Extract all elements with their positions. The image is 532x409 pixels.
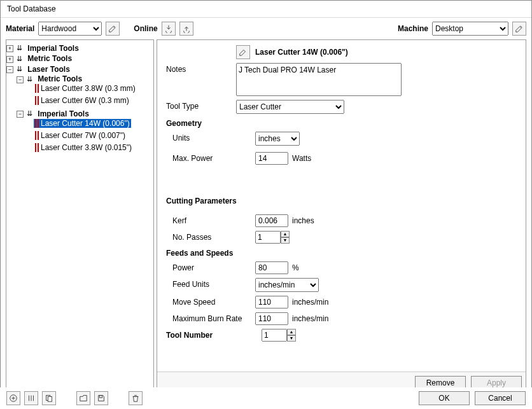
spin-up-icon[interactable]: ▲ bbox=[281, 231, 290, 237]
detail-panel: Laser Cutter 14W (0.006") Notes Tool Typ… bbox=[157, 39, 526, 394]
burnrate-unit: inches/min bbox=[292, 314, 328, 323]
toolnumber-input[interactable] bbox=[262, 329, 287, 342]
tooltype-select[interactable]: Laser Cutter bbox=[236, 100, 344, 114]
titlebar: Tool Database bbox=[1, 1, 531, 18]
add-tool-button[interactable] bbox=[6, 391, 20, 405]
machine-label: Machine bbox=[398, 24, 428, 33]
tree-folder[interactable]: ⇊Laser Tools bbox=[15, 65, 71, 74]
tool-name-edit-button[interactable] bbox=[236, 45, 250, 59]
kerf-unit: inches bbox=[292, 216, 314, 225]
cutting-heading: Cutting Parameters bbox=[166, 197, 517, 205]
spin-down-icon[interactable]: ▼ bbox=[281, 237, 290, 244]
toolnumber-spinner[interactable]: ▲▼ bbox=[262, 329, 296, 342]
online-label: Online bbox=[134, 24, 157, 33]
notes-label: Notes bbox=[166, 63, 236, 74]
tree-folder[interactable]: ⇊Imperial Tools bbox=[15, 44, 80, 53]
expand-icon[interactable]: − bbox=[6, 66, 13, 73]
tools-icon: ⇊ bbox=[27, 109, 36, 118]
tree-item-selected[interactable]: Laser Cutter 14W (0.006") bbox=[34, 119, 131, 128]
tools-icon: ⇊ bbox=[17, 55, 25, 63]
machine-edit-button[interactable] bbox=[512, 22, 526, 36]
online-download-button[interactable] bbox=[162, 22, 176, 36]
svg-rect-3 bbox=[99, 396, 102, 398]
geometry-heading: Geometry bbox=[166, 119, 517, 128]
lasertool-icon bbox=[35, 84, 39, 93]
copy-button[interactable] bbox=[42, 391, 56, 405]
tools-icon: ⇊ bbox=[27, 75, 36, 83]
tool-tree[interactable]: + ⇊Imperial Tools + ⇊Metric Tools − ⇊Las… bbox=[6, 39, 154, 394]
tree-folder[interactable]: ⇊Metric Tools bbox=[15, 54, 73, 63]
delete-button[interactable] bbox=[129, 391, 143, 405]
tree-item[interactable]: Laser Cutter 6W (0.3 mm) bbox=[34, 96, 130, 105]
maxpower-unit: Watts bbox=[292, 154, 311, 163]
material-select[interactable]: Hardwood bbox=[38, 22, 102, 36]
material-edit-button[interactable] bbox=[106, 22, 120, 36]
expand-icon[interactable]: − bbox=[17, 111, 24, 118]
spin-down-icon[interactable]: ▼ bbox=[287, 335, 296, 342]
kerf-label: Kerf bbox=[166, 214, 255, 225]
movespeed-unit: inches/min bbox=[292, 298, 328, 307]
top-toolbar: Material Hardwood Online Machine Desktop bbox=[1, 18, 531, 39]
online-upload-button[interactable] bbox=[179, 22, 193, 36]
tree-item[interactable]: Laser Cutter 3.8W (0.3 mm) bbox=[34, 84, 137, 93]
burnrate-label: Maximum Burn Rate bbox=[166, 312, 255, 323]
expand-icon[interactable]: − bbox=[17, 76, 24, 83]
open-button[interactable] bbox=[76, 391, 90, 405]
power-unit: % bbox=[292, 263, 299, 272]
ok-button[interactable]: OK bbox=[419, 391, 470, 405]
passes-input[interactable] bbox=[255, 231, 281, 244]
toolnumber-label: Tool Number bbox=[166, 329, 262, 340]
power-label: Power bbox=[166, 261, 255, 272]
feeds-heading: Feeds and Speeds bbox=[166, 249, 517, 258]
tree-item[interactable]: Laser Cutter 3.8W (0.015") bbox=[34, 143, 133, 152]
kerf-input[interactable] bbox=[255, 214, 288, 227]
window-title: Tool Database bbox=[7, 4, 56, 13]
bottom-bar: OK Cancel bbox=[0, 387, 532, 409]
save-button[interactable] bbox=[94, 391, 108, 405]
tooltype-label: Tool Type bbox=[166, 100, 236, 111]
material-label: Material bbox=[6, 24, 34, 33]
notes-input[interactable] bbox=[236, 63, 402, 96]
feedunits-select[interactable]: inches/min bbox=[255, 278, 319, 292]
power-input[interactable] bbox=[255, 261, 288, 274]
units-select[interactable]: inches bbox=[255, 132, 300, 146]
maxpower-label: Max. Power bbox=[166, 152, 255, 163]
movespeed-input[interactable] bbox=[255, 296, 288, 308]
lasertool-icon bbox=[35, 96, 39, 105]
expand-icon[interactable]: + bbox=[6, 56, 13, 63]
lasertool-icon bbox=[35, 119, 39, 128]
passes-spinner[interactable]: ▲▼ bbox=[255, 231, 290, 244]
passes-label: No. Passes bbox=[166, 231, 255, 242]
tree-item[interactable]: Laser Cutter 7W (0.007") bbox=[34, 131, 127, 140]
lasertool-icon bbox=[35, 143, 39, 152]
new-group-button[interactable] bbox=[24, 391, 38, 405]
lasertool-icon bbox=[35, 131, 39, 140]
machine-select[interactable]: Desktop bbox=[432, 22, 508, 36]
movespeed-label: Move Speed bbox=[166, 296, 255, 307]
tree-folder[interactable]: ⇊Metric Tools bbox=[25, 74, 83, 83]
tools-icon: ⇊ bbox=[17, 44, 25, 52]
tool-name: Laser Cutter 14W (0.006") bbox=[255, 48, 348, 57]
svg-rect-2 bbox=[48, 396, 52, 401]
units-label: Units bbox=[166, 132, 255, 142]
spin-up-icon[interactable]: ▲ bbox=[287, 329, 296, 335]
feedunits-label: Feed Units bbox=[166, 278, 255, 289]
cancel-button[interactable]: Cancel bbox=[475, 391, 526, 405]
burnrate-input[interactable] bbox=[255, 312, 288, 325]
expand-icon[interactable]: + bbox=[6, 45, 13, 52]
maxpower-input[interactable] bbox=[255, 152, 288, 165]
tree-folder[interactable]: ⇊Imperial Tools bbox=[25, 109, 90, 118]
tools-icon: ⇊ bbox=[17, 65, 25, 73]
